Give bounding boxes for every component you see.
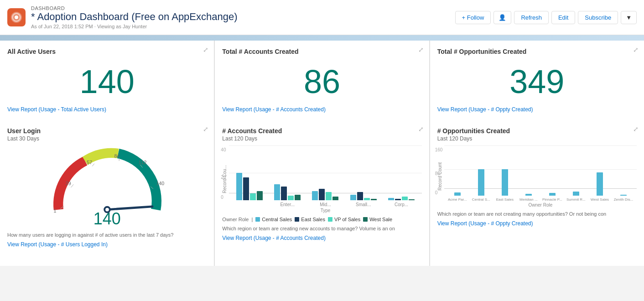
- x-label: Central S...: [470, 197, 492, 202]
- accounts-x-axis-title: Type: [229, 208, 421, 213]
- svg-line-10: [92, 164, 94, 166]
- accounts-created-card: Total # Accounts Created ⤢ 86 View Repor…: [215, 41, 429, 120]
- header-actions: + Follow 👤 Refresh Edit Subscribe ▼: [455, 11, 637, 24]
- bar: [288, 196, 294, 200]
- accounts-created-value: 86: [222, 56, 421, 103]
- accounts-chart-expand-icon[interactable]: ⤢: [418, 125, 424, 133]
- oppty-bar-group: [518, 194, 540, 196]
- oppty-bar-group: [447, 192, 468, 196]
- accounts-created-title: Total # Accounts Created: [222, 48, 421, 55]
- oppty-chart-expand-icon[interactable]: ⤢: [633, 125, 639, 133]
- oppty-chart-area: 160 80 0: [444, 145, 637, 208]
- follow-button[interactable]: + Follow: [455, 11, 491, 24]
- oppty-chart-description: Which region or team are not creating ma…: [437, 211, 637, 217]
- user-login-expand-icon[interactable]: ⤢: [203, 125, 208, 133]
- x-label: Meridian ...: [518, 197, 540, 202]
- bar: [350, 195, 356, 200]
- accounts-bars: [229, 173, 421, 200]
- svg-text:1: 1: [53, 208, 56, 213]
- bar: [243, 177, 249, 200]
- legend-text-west: West Sale: [369, 217, 392, 222]
- legend-text-central: Central Sales: [262, 217, 292, 222]
- accounts-chart-title: # Accounts Created: [222, 127, 421, 135]
- refresh-button[interactable]: Refresh: [514, 11, 549, 24]
- bar: [402, 197, 408, 200]
- accounts-chart-subtitle: Last 120 Days: [222, 135, 421, 142]
- bar-group-3: [310, 189, 341, 200]
- legend-item-east: East Sales: [295, 217, 325, 222]
- x-label: Mid...: [310, 202, 341, 207]
- oppty-bars: [444, 169, 637, 196]
- oppty-bar: [502, 169, 508, 196]
- gauge-svg: 1 29 57 84 112 140: [43, 145, 171, 218]
- header-title-block: DASHBOARD * Adoption Dashboard (Free on …: [31, 5, 238, 29]
- legend-item-central: Central Sales: [255, 217, 292, 222]
- oppty-created-expand-icon[interactable]: ⤢: [633, 46, 639, 53]
- svg-point-1: [15, 16, 18, 19]
- legend-item-west: West Sale: [363, 217, 392, 222]
- oppty-bar: [525, 194, 532, 196]
- bar-group-5: [385, 197, 417, 200]
- accounts-created-link[interactable]: View Report (Usage - # Accounts Created): [222, 106, 421, 113]
- active-users-value: 140: [7, 56, 207, 103]
- share-button[interactable]: 👤: [493, 11, 511, 24]
- bar: [326, 192, 332, 200]
- user-login-title: User Login: [7, 127, 207, 135]
- header-left: DASHBOARD * Adoption Dashboard (Free on …: [7, 5, 238, 29]
- oppty-chart-card: # Opportunities Created Last 120 Days ⤢ …: [430, 120, 644, 266]
- legend-text-vp: VP of Sales: [334, 217, 360, 222]
- svg-text:112: 112: [138, 160, 146, 165]
- oppty-created-title: Total # Opportunities Created: [437, 48, 637, 55]
- oppty-bar: [573, 192, 579, 196]
- oppty-y-axis-label: Record Count: [437, 145, 442, 208]
- oppty-chart-link[interactable]: View Report (Usage - # Oppty Created): [437, 220, 637, 227]
- bar: [388, 198, 394, 200]
- active-users-title: All Active Users: [7, 48, 207, 55]
- x-label: [234, 202, 265, 207]
- top-row: All Active Users ⤢ 140 View Report (Usag…: [0, 41, 644, 120]
- user-login-link[interactable]: View Report (Usage - # Users Logged In): [7, 241, 207, 248]
- x-label: Zenith Dis...: [613, 197, 634, 202]
- subscribe-button[interactable]: Subscribe: [578, 11, 618, 24]
- active-users-link[interactable]: View Report (Usage - Total Active Users): [7, 106, 207, 113]
- legend-item-vp: VP of Sales: [328, 217, 360, 222]
- bar: [371, 199, 377, 200]
- oppty-bar-group: [589, 172, 611, 196]
- legend-color-west: [363, 217, 368, 222]
- legend-label: Owner Role: [222, 217, 249, 222]
- bar: [250, 193, 256, 200]
- active-users-card: All Active Users ⤢ 140 View Report (Usag…: [0, 41, 214, 120]
- more-actions-button[interactable]: ▼: [621, 11, 637, 24]
- oppty-bar: [597, 172, 603, 196]
- legend-color-vp: [328, 217, 332, 222]
- x-label: Small...: [348, 202, 379, 207]
- bar: [409, 199, 415, 200]
- oppty-created-link[interactable]: View Report (Usage - # Oppty Created): [437, 106, 637, 113]
- blue-banner: [0, 35, 644, 41]
- svg-point-16: [105, 208, 109, 212]
- bar-group-4: [348, 192, 379, 200]
- svg-text:57: 57: [87, 160, 92, 165]
- bottom-row: User Login Last 30 Days ⤢ 1 29 57 84 112…: [0, 120, 644, 266]
- svg-line-9: [71, 184, 73, 187]
- oppty-chart-subtitle: Last 120 Days: [437, 135, 637, 142]
- bar: [281, 187, 287, 200]
- accounts-x-labels: Enter... Mid... Small... Corp...: [229, 202, 421, 207]
- svg-text:84: 84: [114, 153, 119, 159]
- gauge-chart: 1 29 57 84 112 140: [43, 145, 171, 218]
- x-label: West Sales: [589, 197, 611, 202]
- bar: [312, 191, 318, 200]
- oppty-bar: [620, 195, 627, 196]
- active-users-expand-icon[interactable]: ⤢: [203, 46, 208, 53]
- edit-button[interactable]: Edit: [551, 11, 575, 24]
- accounts-created-expand-icon[interactable]: ⤢: [418, 46, 424, 53]
- oppty-bar-group: [565, 192, 587, 196]
- x-label: East Sales: [494, 197, 516, 202]
- accounts-chart-area: 40 20 0: [229, 145, 421, 213]
- bar: [257, 191, 263, 200]
- accounts-chart-link[interactable]: View Report (Usage - # Accounts Created): [222, 235, 421, 241]
- oppty-x-axis-title: Owner Role: [444, 202, 637, 208]
- legend-color-central: [255, 217, 260, 222]
- oppty-created-card: Total # Opportunities Created ⤢ 349 View…: [430, 41, 644, 120]
- oppty-x-labels: Acme Par... Central S... East Sales Meri…: [444, 197, 637, 202]
